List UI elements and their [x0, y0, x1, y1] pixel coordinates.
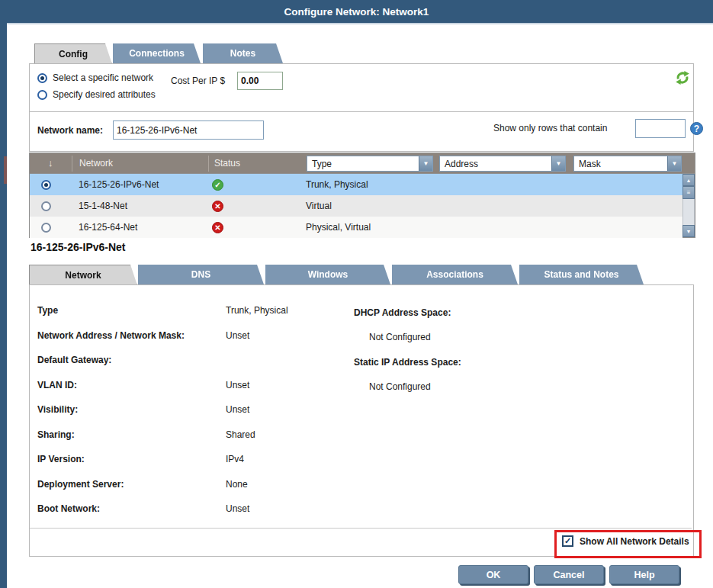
tab-notes-label: Notes [230, 48, 255, 59]
help-icon[interactable]: ? [690, 122, 703, 135]
detail-fields-left: Type Trunk, Physical Network Address / N… [37, 305, 288, 529]
static-ip-address-space-value: Not Configured [369, 381, 431, 392]
field-label: Deployment Server: [37, 479, 226, 490]
field-value: Trunk, Physical [226, 305, 288, 316]
tab-dns[interactable]: DNS [138, 265, 264, 284]
detail-field: Boot Network: Unset [37, 503, 288, 529]
table-row[interactable]: 16-125-64-Net ✕ Physical, Virtual [30, 217, 682, 238]
chevron-down-icon[interactable]: ▼ [419, 156, 432, 171]
detail-field: VLAN ID: Unset [37, 380, 288, 405]
row-network-type: Trunk, Physical [306, 179, 368, 190]
tab-connections[interactable]: Connections [113, 43, 201, 63]
field-label: Network Address / Network Mask: [37, 330, 226, 341]
chevron-down-icon[interactable]: ▼ [551, 156, 565, 171]
up-glyph: ▲ [686, 178, 692, 183]
scroll-down-icon[interactable]: ▼ [682, 225, 695, 237]
dhcp-address-space-label: DHCP Address Space: [354, 307, 451, 318]
field-value: None [226, 479, 248, 490]
tab-dns-label: DNS [191, 269, 210, 280]
chevron-down-icon[interactable]: ▼ [667, 156, 681, 171]
field-label: Default Gateway: [37, 355, 226, 365]
field-value: Unset [226, 503, 249, 514]
dialog-left-frame [0, 23, 7, 588]
table-row[interactable]: 16-125-26-IPv6-Net ✓ Trunk, Physical [30, 174, 682, 195]
radio-icon-selected[interactable] [37, 73, 47, 83]
network-detail-panel: Type Trunk, Physical Network Address / N… [29, 284, 694, 557]
field-label: Visibility: [37, 404, 226, 415]
checkbox-check-glyph: ✓ [564, 536, 571, 546]
row-radio-selected[interactable] [41, 180, 51, 190]
row-network-name: 16-125-64-Net [79, 222, 137, 233]
network-name-input[interactable] [113, 120, 264, 140]
field-value: Unset [226, 404, 249, 415]
ok-button[interactable]: OK [458, 565, 528, 584]
field-value: Unset [226, 380, 249, 390]
scrollbar-thumb[interactable]: ≡ [682, 186, 695, 199]
column-header-network[interactable]: Network [79, 158, 113, 169]
static-ip-address-space-label: Static IP Address Space: [354, 357, 461, 368]
field-label: Boot Network: [37, 503, 226, 514]
cancel-button-label: Cancel [554, 570, 585, 580]
tab-windows-label: Windows [308, 269, 348, 280]
tab-config-label: Config [59, 49, 88, 59]
tab-associations[interactable]: Associations [392, 265, 518, 284]
help-button[interactable]: Help [609, 565, 679, 584]
dialog-titlebar[interactable]: Configure Network: Network1 [0, 0, 713, 24]
radio-select-specific-network[interactable]: Select a specific network [37, 72, 153, 83]
address-filter-dropdown[interactable]: Address ▼ [439, 156, 566, 172]
row-radio[interactable] [41, 201, 51, 211]
show-all-network-details-control[interactable]: ✓ Show All Network Details [562, 535, 689, 547]
filter-rows-input[interactable] [635, 119, 686, 138]
network-select-panel: Select a specific network Specify desire… [29, 63, 694, 113]
selected-network-heading: 16-125-26-IPv6-Net [31, 241, 126, 253]
status-error-icon: ✕ [212, 222, 223, 233]
detail-field: Sharing: Shared [37, 429, 288, 455]
type-filter-dropdown[interactable]: Type ▼ [307, 156, 433, 172]
tab-network[interactable]: Network [29, 265, 137, 285]
network-table-header: ↓ Network Status Type ▼ Address ▼ Mask ▼ [29, 153, 695, 173]
cancel-button[interactable]: Cancel [534, 565, 604, 584]
field-value: IPv4 [226, 454, 244, 464]
column-header-status[interactable]: Status [214, 158, 240, 169]
scroll-up-icon[interactable]: ▲ [682, 174, 695, 186]
radio-specify-attributes-label[interactable]: Specify desired attributes [53, 89, 156, 100]
row-radio[interactable] [41, 223, 51, 233]
tab-config[interactable]: Config [34, 43, 112, 64]
column-separator [72, 156, 72, 172]
detail-field: IP Version: IPv4 [37, 454, 288, 479]
status-ok-icon: ✓ [212, 179, 223, 191]
filter-rows-label: Show only rows that contain [493, 123, 607, 133]
show-all-details-checkbox[interactable]: ✓ [562, 535, 573, 547]
field-label: Sharing: [37, 429, 226, 440]
row-network-type: Virtual [306, 201, 332, 211]
detail-field: Network Address / Network Mask: Unset [37, 330, 288, 355]
configure-network-dialog: Configure Network: Network1 Config Conne… [0, 0, 713, 588]
radio-icon-unselected[interactable] [37, 90, 47, 100]
tab-status-and-notes[interactable]: Status and Notes [519, 265, 644, 284]
status-error-icon: ✕ [212, 201, 223, 212]
radio-specify-attributes[interactable]: Specify desired attributes [37, 89, 156, 100]
check-glyph: ✓ [214, 181, 220, 189]
network-name-label: Network name: [37, 125, 103, 136]
detail-field: Type Trunk, Physical [37, 305, 288, 330]
cost-per-ip-input[interactable] [237, 72, 283, 90]
field-label: IP Version: [37, 454, 226, 464]
table-row[interactable]: 15-1-48-Net ✕ Virtual [30, 195, 682, 217]
field-value: Shared [226, 429, 255, 440]
detail-field: Default Gateway: [37, 355, 288, 380]
refresh-icon[interactable] [675, 70, 690, 85]
help-glyph: ? [694, 124, 699, 134]
thumb-glyph: ≡ [687, 189, 691, 196]
tab-notes[interactable]: Notes [203, 43, 283, 63]
row-network-name: 16-125-26-IPv6-Net [79, 179, 159, 190]
tab-connections-label: Connections [129, 48, 185, 59]
radio-select-specific-label[interactable]: Select a specific network [53, 72, 153, 83]
tab-windows[interactable]: Windows [265, 265, 390, 284]
row-network-type: Physical, Virtual [306, 222, 371, 233]
mask-filter-value: Mask [574, 159, 667, 169]
sort-desc-icon[interactable]: ↓ [48, 157, 53, 169]
show-all-details-label[interactable]: Show All Network Details [580, 536, 689, 547]
ok-button-label: OK [487, 570, 501, 580]
mask-filter-dropdown[interactable]: Mask ▼ [573, 156, 682, 172]
splitter-handle[interactable] [4, 156, 7, 184]
